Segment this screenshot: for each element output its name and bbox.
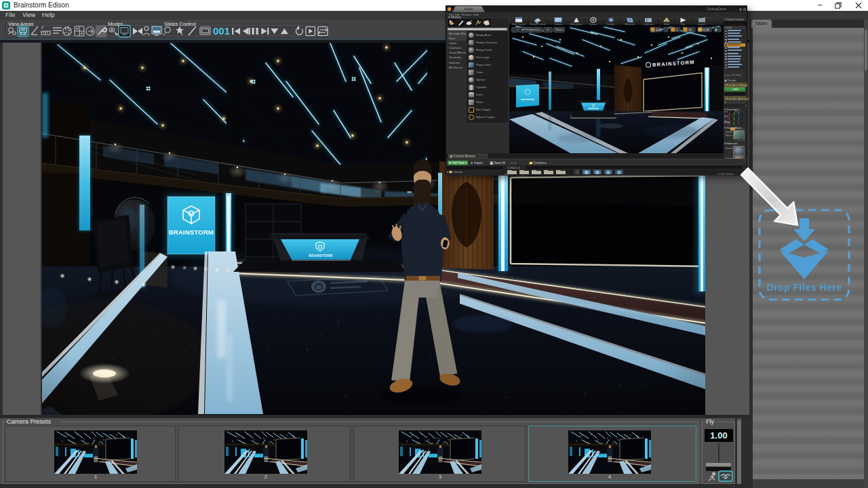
svg-text:12%: 12% [656, 28, 662, 32]
svg-text:0.25: 0.25 [703, 28, 709, 32]
svg-text:Slides Control: Slides Control [164, 21, 196, 27]
svg-text:001: 001 [213, 25, 230, 37]
svg-text:10: 10 [688, 28, 692, 32]
